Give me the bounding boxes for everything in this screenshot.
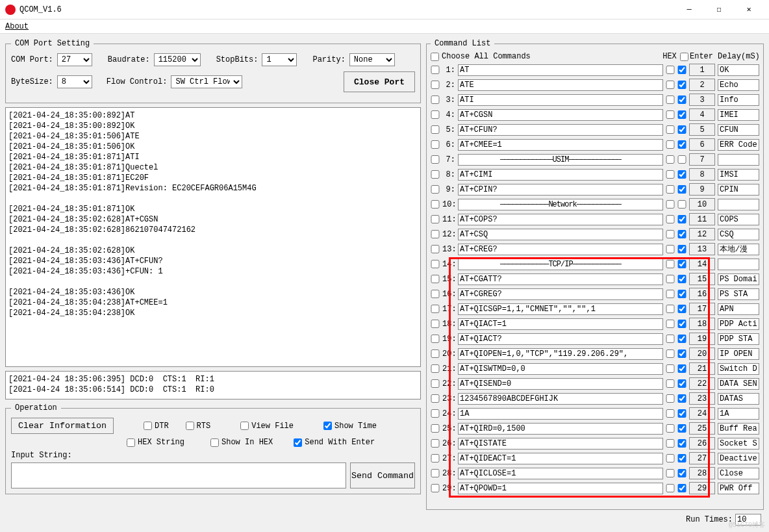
view-file-checkbox[interactable] [240,422,249,430]
cmd-select-checkbox[interactable] [431,469,440,477]
close-button[interactable]: ✕ [734,0,764,19]
cmd-select-checkbox[interactable] [431,275,440,283]
cmd-send-button[interactable]: 28 [689,467,715,479]
cmd-send-button[interactable]: 10 [689,198,715,210]
cmd-select-checkbox[interactable] [431,379,440,388]
cmd-enter-checkbox[interactable] [677,305,687,313]
cmd-desc-input[interactable] [718,318,759,330]
cmd-select-checkbox[interactable] [431,454,440,462]
cmd-enter-checkbox[interactable] [677,439,687,448]
cmd-desc-input[interactable] [718,378,759,390]
cmd-hex-checkbox[interactable] [666,81,675,89]
cmd-hex-checkbox[interactable] [666,409,675,418]
cmd-select-checkbox[interactable] [431,335,440,343]
cmd-select-checkbox[interactable] [431,125,440,134]
cmd-select-checkbox[interactable] [431,245,440,253]
cmd-send-button[interactable]: 17 [689,303,715,315]
baudrate-select[interactable]: 115200 [154,53,201,66]
cmd-send-button[interactable]: 18 [689,318,715,330]
cmd-send-button[interactable]: 15 [689,273,715,285]
cmd-hex-checkbox[interactable] [666,110,675,119]
menu-about[interactable]: About [5,22,29,31]
show-time-checkbox[interactable] [323,422,332,430]
cmd-desc-input[interactable] [718,259,759,270]
cmd-desc-input[interactable] [718,64,759,76]
cmd-text-input[interactable] [458,318,663,330]
cmd-text-input[interactable] [458,244,663,255]
cmd-enter-checkbox[interactable] [677,349,687,358]
cmd-enter-checkbox[interactable] [677,245,687,253]
cmd-desc-input[interactable] [718,214,759,225]
cmd-text-input[interactable] [458,288,663,300]
cmd-desc-input[interactable] [718,468,759,479]
cmd-select-checkbox[interactable] [431,424,440,433]
cmd-hex-checkbox[interactable] [666,379,675,388]
cmd-send-button[interactable]: 29 [689,482,715,494]
cmd-select-checkbox[interactable] [431,305,440,313]
cmd-desc-input[interactable] [718,109,759,121]
cmd-desc-input[interactable] [718,169,759,181]
cmd-enter-checkbox[interactable] [677,95,687,104]
cmd-select-checkbox[interactable] [431,185,440,194]
cmd-desc-input[interactable] [718,94,759,106]
cmd-send-button[interactable]: 27 [689,452,715,464]
cmd-text-input[interactable] [458,199,663,210]
cmd-send-button[interactable]: 1 [689,64,715,76]
cmd-desc-input[interactable] [718,423,759,435]
cmd-hex-checkbox[interactable] [666,170,675,179]
cmd-send-button[interactable]: 4 [689,108,715,121]
stopbits-select[interactable]: 1 [262,53,297,66]
cmd-text-input[interactable] [458,154,663,166]
cmd-select-checkbox[interactable] [431,439,440,448]
cmd-send-button[interactable]: 7 [689,153,715,166]
cmd-text-input[interactable] [458,64,663,76]
cmd-text-input[interactable] [458,438,663,450]
cmd-send-button[interactable]: 5 [689,123,715,136]
parity-select[interactable]: None [349,53,395,66]
cmd-text-input[interactable] [458,273,663,285]
cmd-desc-input[interactable] [718,184,759,196]
cmd-enter-checkbox[interactable] [677,185,687,194]
cmd-enter-checkbox[interactable] [677,484,687,492]
cmd-select-checkbox[interactable] [431,409,440,418]
enter-all-checkbox[interactable] [680,53,688,61]
cmd-hex-checkbox[interactable] [666,454,675,462]
cmd-desc-input[interactable] [718,139,759,151]
status-output[interactable]: [2021-04-24 18:35:06:395] DCD:0 CTS:1 RI… [5,371,421,399]
cmd-hex-checkbox[interactable] [666,439,675,448]
cmd-enter-checkbox[interactable] [677,215,687,223]
cmd-send-button[interactable]: 14 [689,258,715,270]
cmd-text-input[interactable] [458,348,663,360]
cmd-text-input[interactable] [458,363,663,375]
cmd-desc-input[interactable] [718,288,759,300]
send-command-button[interactable]: Send Command [350,462,415,488]
cmd-select-checkbox[interactable] [431,349,440,358]
cmd-select-checkbox[interactable] [431,81,440,89]
cmd-text-input[interactable] [458,169,663,181]
cmd-text-input[interactable] [458,259,663,270]
cmd-text-input[interactable] [458,139,663,151]
cmd-hex-checkbox[interactable] [666,484,675,492]
cmd-select-checkbox[interactable] [431,215,440,223]
cmd-select-checkbox[interactable] [431,95,440,104]
cmd-hex-checkbox[interactable] [666,200,675,209]
cmd-desc-input[interactable] [718,453,759,464]
cmd-desc-input[interactable] [718,408,759,420]
cmd-hex-checkbox[interactable] [666,290,675,298]
cmd-enter-checkbox[interactable] [677,125,687,134]
close-port-button[interactable]: Close Port [344,71,415,92]
cmd-desc-input[interactable] [718,438,759,450]
cmd-text-input[interactable] [458,184,663,196]
cmd-hex-checkbox[interactable] [666,260,675,268]
cmd-hex-checkbox[interactable] [666,275,675,283]
cmd-desc-input[interactable] [718,229,759,240]
input-string-textarea[interactable] [11,462,346,488]
cmd-enter-checkbox[interactable] [677,290,687,298]
cmd-desc-input[interactable] [718,154,759,166]
cmd-enter-checkbox[interactable] [677,66,687,74]
cmd-enter-checkbox[interactable] [677,155,687,164]
cmd-desc-input[interactable] [718,124,759,136]
cmd-text-input[interactable] [458,483,663,494]
cmd-desc-input[interactable] [718,273,759,285]
cmd-select-checkbox[interactable] [431,155,440,164]
